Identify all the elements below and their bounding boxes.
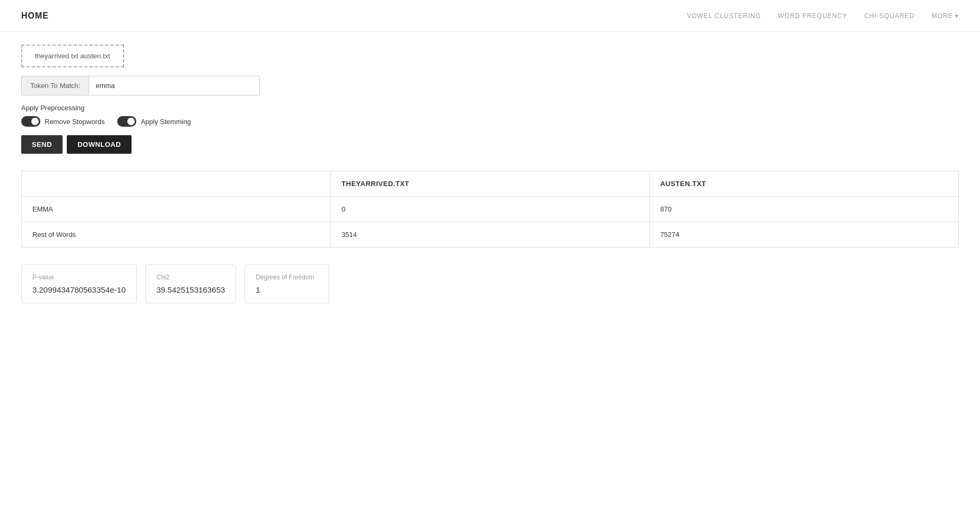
apply-stemming-label: Apply Stemming	[141, 118, 191, 126]
preprocessing-title: Apply Preprocessing	[21, 104, 959, 112]
remove-stopwords-toggle-item: Remove Stopwords	[21, 116, 104, 127]
remove-stopwords-toggle[interactable]	[21, 116, 40, 127]
stat-dof-value: 1	[256, 285, 318, 294]
buttons-row: SEND DOWNLOAD	[21, 135, 959, 154]
navbar-links: VOWEL CLUSTERING WORD FREQUENCY CHI-SQUA…	[687, 12, 959, 20]
file-dropzone[interactable]: theyarrived.txt austen.txt	[21, 45, 124, 67]
table-header-col1	[22, 171, 331, 197]
remove-stopwords-label: Remove Stopwords	[45, 118, 104, 126]
table-row: EMMA 0 870	[22, 197, 959, 222]
nav-more[interactable]: MORE ▾	[932, 12, 959, 20]
row-0-label: EMMA	[22, 197, 331, 222]
toggles-row: Remove Stopwords Apply Stemming	[21, 116, 959, 127]
stat-card-pvalue: P-value 3.2099434780563354e-10	[21, 265, 137, 303]
results-table: THEYARRIVED.TXT AUSTEN.TXT EMMA 0 870 Re…	[21, 171, 959, 248]
stat-chi2-label: Chi2	[156, 274, 225, 281]
preprocessing-section: Apply Preprocessing Remove Stopwords App…	[21, 104, 959, 127]
apply-stemming-slider	[117, 116, 136, 127]
download-button[interactable]: DOWNLOAD	[67, 135, 132, 154]
stat-dof-label: Degrees of Freedom	[256, 274, 318, 281]
apply-stemming-toggle-item: Apply Stemming	[117, 116, 191, 127]
table-header-row: THEYARRIVED.TXT AUSTEN.TXT	[22, 171, 959, 197]
remove-stopwords-slider	[21, 116, 40, 127]
table-body: EMMA 0 870 Rest of Words 3514 75274	[22, 197, 959, 248]
row-0-theyarrived: 0	[331, 197, 650, 222]
navbar-brand[interactable]: HOME	[21, 11, 49, 21]
table-head: THEYARRIVED.TXT AUSTEN.TXT	[22, 171, 959, 197]
nav-word-frequency[interactable]: WORD FREQUENCY	[778, 12, 847, 20]
stats-row: P-value 3.2099434780563354e-10 Chi2 39.5…	[21, 265, 959, 303]
nav-vowel-clustering[interactable]: VOWEL CLUSTERING	[687, 12, 761, 20]
token-to-match-label: Token To Match:	[22, 76, 89, 95]
stat-chi2-value: 39.5425153163653	[156, 285, 225, 294]
table-header-col2: THEYARRIVED.TXT	[331, 171, 650, 197]
stat-card-chi2: Chi2 39.5425153163653	[145, 265, 236, 303]
navbar: HOME VOWEL CLUSTERING WORD FREQUENCY CHI…	[0, 0, 980, 32]
nav-chi-squared[interactable]: CHI-SQUARED	[864, 12, 915, 20]
stat-pvalue-value: 3.2099434780563354e-10	[32, 285, 126, 294]
file-dropzone-text: theyarrived.txt austen.txt	[35, 52, 110, 60]
table-header-col3: AUSTEN.TXT	[649, 171, 958, 197]
row-0-austen: 870	[649, 197, 958, 222]
token-to-match-row: Token To Match:	[21, 76, 260, 95]
row-1-theyarrived: 3514	[331, 222, 650, 248]
token-to-match-input[interactable]	[89, 76, 259, 95]
row-1-label: Rest of Words	[22, 222, 331, 248]
send-button[interactable]: SEND	[21, 135, 63, 154]
row-1-austen: 75274	[649, 222, 958, 248]
stat-card-dof: Degrees of Freedom 1	[244, 265, 329, 303]
table-row: Rest of Words 3514 75274	[22, 222, 959, 248]
apply-stemming-toggle[interactable]	[117, 116, 136, 127]
main-content: theyarrived.txt austen.txt Token To Matc…	[0, 32, 980, 316]
stat-pvalue-label: P-value	[32, 274, 126, 281]
